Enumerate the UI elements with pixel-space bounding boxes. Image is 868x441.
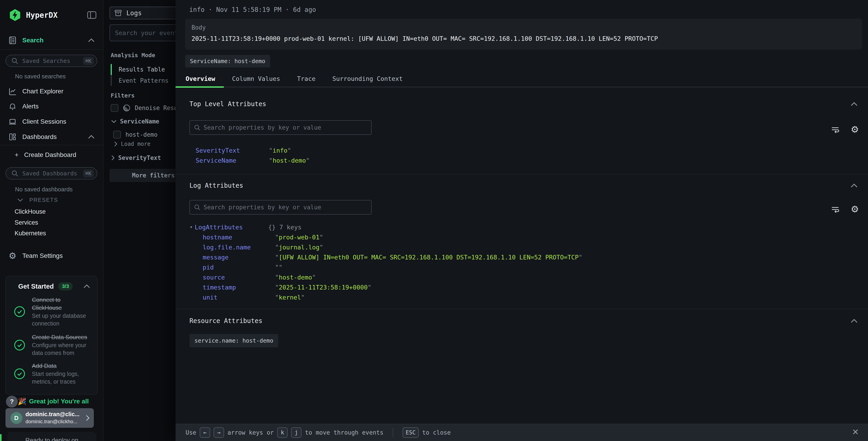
attribute-row[interactable]: source "host-demo"	[176, 274, 868, 284]
attribute-key[interactable]: LogAttributes	[195, 224, 243, 231]
attribute-row[interactable]: SeverityText "info"	[176, 147, 868, 157]
j-key[interactable]: j	[291, 427, 302, 438]
chevron-up-icon[interactable]	[850, 101, 858, 107]
caret-down-icon[interactable]: ▾	[190, 224, 193, 230]
service-name-pill[interactable]: ServiceName: host-demo	[185, 55, 270, 67]
resource-service-pill[interactable]: service.name: host-demo	[189, 334, 278, 347]
collapse-sidebar-icon[interactable]	[87, 11, 97, 19]
key-count: 7 keys	[279, 224, 302, 231]
attribute-value[interactable]: info	[273, 147, 287, 154]
esc-key[interactable]: ESC	[403, 427, 419, 438]
get-started-progress-badge: 3/3	[58, 282, 73, 290]
log-body-text[interactable]: 2025-11-11T23:58:19+0000 prod-web-01 ker…	[191, 35, 858, 42]
preset-clickhouse[interactable]: ClickHouse	[14, 208, 46, 215]
logo-row: HyperDX	[9, 9, 97, 22]
chevron-up-icon[interactable]	[850, 183, 858, 188]
sidebar-item-search[interactable]: Search	[0, 33, 103, 48]
section-divider	[176, 174, 868, 175]
gear-icon[interactable]: ⚙	[851, 204, 859, 214]
attribute-key[interactable]: hostname	[203, 234, 232, 241]
chevron-up-icon[interactable]	[850, 319, 858, 323]
close-icon[interactable]: ✕	[852, 427, 859, 437]
wrap-lines-icon[interactable]	[830, 204, 840, 214]
active-tab-indicator	[176, 86, 224, 88]
attribute-key[interactable]: pid	[203, 264, 214, 271]
attribute-row[interactable]: hostname "prod-web-01"	[176, 234, 868, 244]
gear-icon[interactable]: ⚙	[851, 124, 859, 135]
mode-event-patterns[interactable]: Event Patterns	[119, 77, 168, 84]
sidebar-item-dashboards[interactable]: Dashboards	[0, 130, 103, 144]
hint-text: to move through events	[305, 429, 383, 436]
wrap-lines-icon[interactable]	[830, 124, 840, 135]
saved-searches-search[interactable]: ⌘K	[5, 55, 97, 67]
chevron-up-icon[interactable]	[83, 284, 90, 289]
k-key[interactable]: k	[277, 427, 287, 438]
attribute-value[interactable]: host-demo	[273, 157, 306, 164]
attribute-key[interactable]: SeverityText	[195, 147, 240, 154]
attribute-row[interactable]: log.file.name "journal.log"	[176, 244, 868, 254]
help-button[interactable]: ?	[6, 396, 18, 408]
tab-surrounding-context[interactable]: Surrounding Context	[333, 75, 403, 85]
host-demo-label: host-demo	[125, 131, 158, 138]
left-arrow-key[interactable]: ←	[200, 427, 210, 438]
preset-kubernetes[interactable]: Kubernetes	[14, 230, 46, 237]
host-demo-filter-row[interactable]: host-demo	[113, 131, 158, 139]
attribute-key[interactable]: log.file.name	[203, 244, 251, 251]
attribute-row[interactable]: message "[UFW ALLOW] IN=eth0 OUT= MAC= S…	[176, 254, 868, 264]
toast-edge	[0, 434, 2, 441]
saved-dashboards-input[interactable]	[22, 170, 80, 177]
top-level-search[interactable]	[189, 120, 372, 135]
saved-dashboards-search[interactable]: ⌘K	[5, 167, 97, 179]
log-attributes-search[interactable]	[189, 200, 372, 214]
attribute-key[interactable]: timestamp	[203, 284, 236, 291]
attribute-value[interactable]: prod-web-01	[279, 234, 319, 241]
sidebar-item-alerts[interactable]: Alerts	[0, 99, 103, 113]
attribute-value[interactable]: host-demo	[279, 274, 312, 281]
get-started-item[interactable]: Add Data Start sending logs, metrics, or…	[14, 362, 91, 385]
tab-column-values[interactable]: Column Values	[232, 75, 280, 85]
great-job-text: Great job! You're all	[29, 398, 89, 405]
attribute-value[interactable]: kernel	[279, 294, 301, 301]
chevron-up-icon[interactable]	[88, 135, 95, 139]
attribute-key[interactable]: unit	[203, 294, 217, 301]
create-dashboard-button[interactable]: + Create Dashboard	[0, 149, 103, 161]
top-level-search-input[interactable]	[204, 124, 371, 131]
app-title: HyperDX	[26, 11, 87, 20]
attribute-value[interactable]: [UFW ALLOW] IN=eth0 OUT= MAC= SRC=192.16…	[279, 254, 579, 261]
sidebar-item-chart-explorer[interactable]: Chart Explorer	[0, 84, 103, 98]
severitytext-group[interactable]: SeverityText	[111, 154, 161, 161]
presets-group[interactable]: PRESETS	[17, 197, 58, 203]
tab-trace[interactable]: Trace	[297, 75, 315, 85]
tab-overview[interactable]: Overview	[186, 75, 215, 85]
sidebar-item-team-settings[interactable]: ⚙ Team Settings	[0, 249, 103, 263]
attribute-value[interactable]: journal.log	[279, 244, 319, 251]
preset-services[interactable]: Services	[14, 219, 38, 226]
attribute-value[interactable]: 2025-11-11T23:58:19+0000	[279, 284, 368, 291]
sidebar-item-client-sessions[interactable]: Client Sessions	[0, 115, 103, 129]
check-circle-icon	[14, 306, 26, 318]
filter-panel: Logs Analysis Mode Results Table Event P…	[104, 0, 176, 441]
load-more-row[interactable]: Load more	[114, 141, 151, 147]
get-started-item[interactable]: Create Data Sources Configure where your…	[14, 333, 91, 357]
attribute-row[interactable]: ServiceName "host-demo"	[176, 157, 868, 167]
attribute-tree-root[interactable]: ▾ LogAttributes {} 7 keys	[176, 224, 868, 234]
saved-searches-input[interactable]	[22, 58, 80, 64]
attribute-key[interactable]: source	[203, 274, 225, 281]
chevron-up-icon[interactable]	[88, 38, 95, 42]
get-started-title: Get Started	[18, 283, 54, 290]
get-started-item[interactable]: Connect to ClickHouse Set up your databa…	[14, 296, 91, 327]
attribute-row[interactable]: pid ""	[176, 264, 868, 274]
servicename-group[interactable]: ServiceName	[111, 118, 159, 125]
attribute-row[interactable]: timestamp "2025-11-11T23:58:19+0000"	[176, 284, 868, 294]
attribute-key[interactable]: message	[203, 254, 228, 261]
attribute-row[interactable]: unit "kernel"	[176, 294, 868, 304]
denoise-checkbox[interactable]	[111, 104, 118, 112]
attribute-key[interactable]: ServiceName	[195, 157, 236, 164]
check-circle-icon	[14, 339, 26, 351]
mode-results-table[interactable]: Results Table	[119, 66, 165, 73]
log-attributes-search-input[interactable]	[204, 204, 371, 211]
divider	[0, 49, 103, 50]
host-demo-checkbox[interactable]	[113, 131, 121, 139]
right-arrow-key[interactable]: →	[214, 427, 224, 438]
user-account-card[interactable]: D dominic.tran@clic... dominic.tran@clic…	[5, 408, 94, 428]
